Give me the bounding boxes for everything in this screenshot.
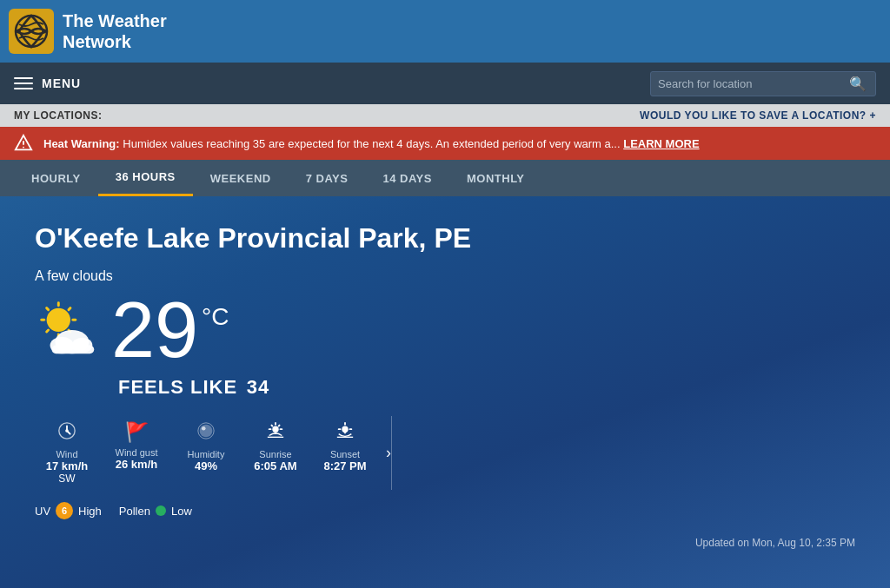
warning-label: Heat Warning: (43, 137, 120, 150)
indicators-row: UV 6 High Pollen Low (35, 502, 855, 519)
search-button[interactable]: 🔍 (849, 76, 867, 92)
search-box: 🔍 (650, 71, 876, 96)
svg-line-10 (69, 308, 70, 310)
humidity-icon (183, 421, 229, 446)
logo-text: The Weather Network (63, 10, 167, 52)
sunset-detail: Sunset 8:27 PM (313, 416, 382, 478)
wind-detail: Wind 17 km/h SW (35, 416, 104, 490)
pollen-level: Low (171, 505, 192, 518)
menu-button[interactable]: MENU (14, 76, 81, 90)
uv-level: High (78, 505, 102, 518)
svg-point-21 (202, 426, 206, 431)
menu-label: MENU (42, 76, 81, 90)
humidity-value: 49% (183, 459, 229, 472)
save-location-button[interactable]: WOULD YOU LIKE TO SAVE A LOCATION? + (640, 109, 876, 122)
logo-bar: The Weather Network (0, 0, 890, 63)
humidity-detail: Humidity 49% (174, 416, 243, 478)
pollen-label: Pollen (119, 505, 150, 518)
warning-icon (14, 134, 33, 153)
uv-indicator: UV 6 High (35, 502, 102, 519)
tab-36hours[interactable]: 36 HOURS (98, 160, 193, 196)
warning-description: Humidex values reaching 35 are expected … (123, 137, 620, 150)
sunrise-label: Sunrise (252, 449, 299, 459)
wind-gust-icon: 🚩 (113, 421, 160, 444)
svg-line-26 (279, 426, 280, 426)
feels-like: FEELS LIKE 34 (113, 376, 855, 399)
tab-monthly[interactable]: MONTHLY (449, 162, 542, 195)
tab-7days[interactable]: 7 DAYS (289, 162, 366, 195)
locations-bar: MY LOCATIONS: WOULD YOU LIKE TO SAVE A L… (0, 104, 890, 127)
temperature-unit: °C (202, 303, 229, 331)
svg-line-9 (47, 308, 49, 310)
svg-point-29 (342, 426, 348, 433)
condition-label: A few clouds (35, 268, 855, 284)
temperature-display: 29 °C (111, 291, 229, 369)
sunrise-detail: Sunrise 6:05 AM (243, 416, 313, 478)
feels-like-value: 34 (247, 376, 269, 398)
heat-warning-bar: Heat Warning: Humidex values reaching 35… (0, 127, 890, 160)
weather-condition-icon (35, 296, 103, 364)
svg-line-11 (47, 330, 49, 332)
wind-gust-detail: 🚩 Wind gust 26 km/h (104, 416, 174, 476)
temperature-value: 29 (111, 291, 198, 369)
svg-point-18 (65, 429, 69, 433)
sunset-label: Sunset (322, 449, 369, 459)
tab-hourly[interactable]: HOURLY (14, 162, 98, 195)
location-title: O'Keefe Lake Provincial Park, PE (35, 222, 855, 254)
wind-label: Wind (43, 449, 90, 459)
learn-more-link[interactable]: LEARN MORE (623, 137, 699, 150)
svg-point-20 (200, 425, 213, 438)
svg-point-3 (23, 147, 24, 149)
hamburger-icon (14, 77, 33, 89)
uv-label: UV (35, 505, 50, 518)
svg-point-22 (272, 426, 278, 433)
wind-icon (43, 421, 90, 446)
logo-icon (9, 9, 54, 54)
sunset-value: 8:27 PM (322, 459, 369, 472)
tab-weekend[interactable]: WEEKEND (193, 162, 289, 195)
tab-bar: HOURLY 36 HOURS WEEKEND 7 DAYS 14 DAYS M… (0, 160, 890, 196)
main-content: O'Keefe Lake Provincial Park, PE A few c… (0, 196, 890, 566)
pollen-indicator: Pollen Low (119, 505, 192, 518)
sunrise-icon (252, 421, 299, 446)
my-locations-label: MY LOCATIONS: (14, 109, 102, 122)
updated-text: Updated on Mon, Aug 10, 2:35 PM (695, 537, 855, 549)
weather-main: 29 °C (35, 291, 855, 369)
warning-text: Heat Warning: Humidex values reaching 35… (43, 137, 876, 150)
sunset-icon (322, 421, 369, 446)
wind-gust-label: Wind gust (113, 447, 160, 458)
wind-direction: SW (43, 472, 90, 485)
updated-timestamp: Updated on Mon, Aug 10, 2:35 PM (35, 537, 855, 549)
search-input[interactable] (658, 77, 849, 90)
feels-like-label: FEELS LIKE (118, 376, 237, 398)
svg-rect-16 (52, 346, 95, 354)
nav-bar: MENU 🔍 (0, 63, 890, 104)
svg-point-4 (47, 308, 70, 332)
logo-wrapper: The Weather Network (9, 9, 167, 54)
wind-gust-value: 26 km/h (113, 458, 160, 471)
weather-details: Wind 17 km/h SW 🚩 Wind gust 26 km/h Humi… (35, 416, 392, 490)
pollen-dot (156, 505, 166, 516)
wind-value: 17 km/h (43, 459, 90, 472)
sunrise-value: 6:05 AM (252, 459, 299, 472)
tab-14days[interactable]: 14 DAYS (365, 162, 449, 195)
humidity-label: Humidity (183, 449, 229, 459)
more-details-arrow[interactable]: › (386, 444, 391, 462)
uv-badge: 6 (56, 502, 73, 519)
svg-line-27 (271, 426, 272, 426)
